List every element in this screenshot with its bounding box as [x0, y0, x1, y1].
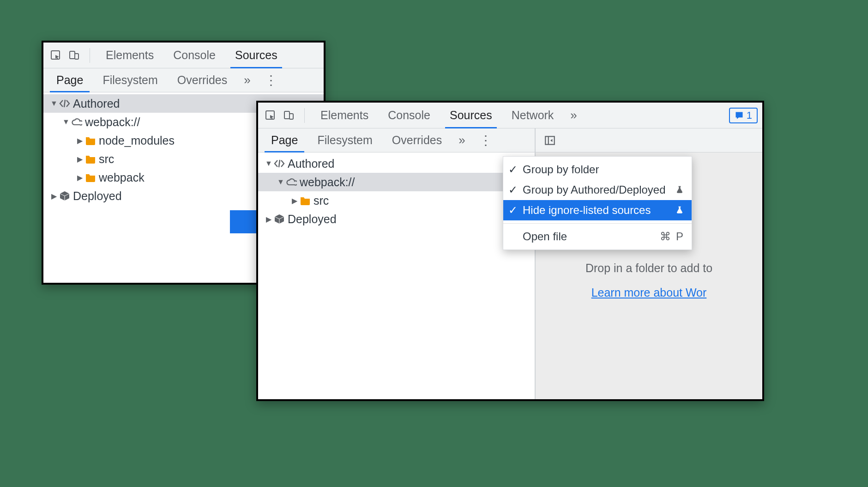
kebab-menu-icon[interactable]: ⋮ [475, 133, 497, 148]
chevron-right-icon: ▶ [265, 215, 273, 224]
inspect-icon[interactable] [48, 48, 64, 63]
folder-icon [84, 172, 97, 183]
cube-icon [273, 213, 286, 225]
menu-label: Group by folder [523, 163, 684, 176]
folder-icon [84, 135, 97, 146]
navigator-context-menu: ✓ Group by folder ✓ Group by Authored/De… [503, 156, 692, 250]
subtab-page[interactable]: Page [263, 128, 306, 152]
tree-src[interactable]: ▶ src [258, 191, 535, 210]
menu-open-file[interactable]: Open file ⌘ P [503, 226, 692, 247]
chevron-right-icon: ▶ [76, 173, 84, 182]
menu-label: Group by Authored/Deployed [523, 183, 671, 196]
folder-icon [84, 153, 97, 164]
sources-subtoolbar: Page Filesystem Overrides » ⋮ [258, 128, 535, 152]
subtab-page[interactable]: Page [48, 68, 91, 92]
tab-elements[interactable]: Elements [312, 103, 377, 128]
tree-label: src [312, 194, 329, 207]
menu-label: Hide ignore-listed sources [523, 204, 671, 217]
cloud-icon [70, 116, 83, 128]
subtab-filesystem[interactable]: Filesystem [94, 68, 166, 92]
code-icon [58, 98, 71, 109]
menu-group-by-folder[interactable]: ✓ Group by folder [503, 159, 692, 180]
issues-count: 1 [747, 110, 752, 122]
tree-label: Authored [71, 97, 120, 110]
folder-icon [299, 195, 312, 206]
chat-icon [735, 111, 744, 120]
placeholder-drop-text: Drop in a folder to add to [540, 262, 758, 275]
more-tabs-icon[interactable]: » [453, 133, 469, 147]
tree-label: webpack [97, 171, 145, 184]
chevron-down-icon: ▼ [62, 118, 70, 126]
tree-label: node_modules [97, 134, 175, 147]
tree-webpack[interactable]: ▼ webpack:// [258, 173, 535, 191]
check-icon: ✓ [507, 204, 519, 217]
tab-network[interactable]: Network [503, 103, 562, 128]
devtools-panel-after: Elements Console Sources Network » 1 Pag… [256, 101, 764, 401]
device-toggle-icon[interactable] [66, 48, 82, 63]
inspect-icon[interactable] [263, 108, 278, 123]
menu-hide-ignore-listed[interactable]: ✓ Hide ignore-listed sources [503, 200, 692, 220]
tree-deployed[interactable]: ▶ Deployed [258, 210, 535, 228]
tab-console[interactable]: Console [165, 43, 224, 68]
main-toolbar: Elements Console Sources [43, 43, 324, 68]
chevron-right-icon: ▶ [50, 192, 58, 201]
tree-label: Authored [286, 157, 334, 170]
flask-icon [675, 206, 684, 215]
subtab-filesystem[interactable]: Filesystem [309, 128, 380, 152]
tab-console[interactable]: Console [380, 103, 439, 128]
tree-label: src [97, 152, 114, 166]
menu-label: Open file [523, 230, 656, 243]
chevron-right-icon: ▶ [76, 136, 84, 145]
chevron-down-icon: ▼ [265, 159, 273, 168]
editor-toolbar [536, 128, 762, 152]
tree-label: webpack:// [298, 176, 355, 189]
menu-shortcut: ⌘ P [660, 230, 684, 243]
subtab-overrides[interactable]: Overrides [384, 128, 450, 152]
chevron-right-icon: ▶ [290, 196, 299, 205]
check-icon: ✓ [507, 163, 519, 176]
menu-group-by-authored[interactable]: ✓ Group by Authored/Deployed [503, 180, 692, 200]
panel-collapse-icon[interactable] [542, 133, 558, 148]
check-icon: ✓ [507, 183, 519, 196]
subtab-overrides[interactable]: Overrides [169, 68, 235, 92]
more-tabs-icon[interactable]: » [565, 108, 580, 122]
toolbar-divider [90, 48, 90, 63]
learn-more-link[interactable]: Learn more about Wor [591, 286, 707, 299]
tree-label: webpack:// [83, 116, 140, 129]
tab-sources[interactable]: Sources [441, 103, 500, 128]
cloud-icon [285, 177, 298, 188]
tab-elements[interactable]: Elements [97, 43, 162, 68]
cube-icon [58, 190, 71, 201]
sources-subtoolbar: Page Filesystem Overrides » ⋮ [43, 68, 324, 92]
main-toolbar: Elements Console Sources Network » 1 [258, 103, 762, 128]
kebab-menu-icon[interactable]: ⋮ [260, 73, 282, 88]
more-tabs-icon[interactable]: » [238, 73, 254, 87]
tab-sources[interactable]: Sources [227, 43, 286, 68]
chevron-right-icon: ▶ [76, 155, 84, 164]
issues-chip[interactable]: 1 [729, 108, 758, 123]
toolbar-divider [304, 108, 305, 123]
chevron-down-icon: ▼ [50, 99, 58, 108]
device-toggle-icon[interactable] [281, 108, 297, 123]
tree-authored[interactable]: ▼ Authored [258, 154, 535, 173]
menu-separator [503, 223, 692, 224]
navigator-tree: ▼ Authored ▼ webpack:// ▶ src ▶ [258, 152, 535, 399]
chevron-down-icon: ▼ [277, 178, 285, 186]
code-icon [273, 158, 286, 169]
tree-label: Deployed [71, 189, 122, 203]
flask-icon [675, 185, 684, 195]
tree-label: Deployed [286, 213, 337, 226]
